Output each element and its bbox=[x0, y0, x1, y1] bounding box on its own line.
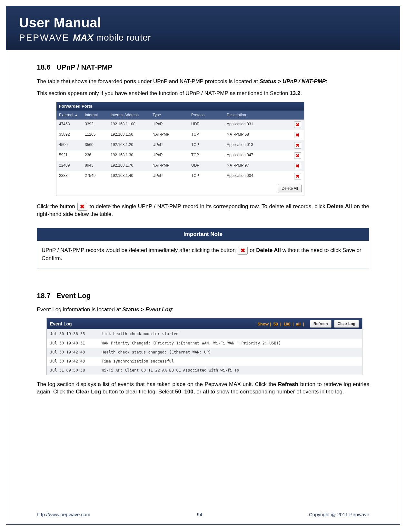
para-186-2: This section appears only if you have en… bbox=[37, 90, 369, 97]
table-row: 35892 11265 192.168.1.50 NAT-PMP TCP NAT… bbox=[56, 130, 304, 140]
table-row: 4500 3560 192.168.1.20 UPnP TCP Applicat… bbox=[56, 140, 304, 150]
refresh-button[interactable]: Refresh bbox=[310, 320, 332, 328]
brand-max: MAX bbox=[73, 33, 94, 43]
event-log-panel: Event Log Show [ 50 | 100 | all ] Refres… bbox=[46, 318, 362, 375]
list-item: Jul 30 19:36:55Link health check monitor… bbox=[47, 329, 362, 338]
delete-row-button[interactable]: ✖ bbox=[294, 142, 301, 149]
table-row: 5921 236 192.168.1.30 UPnP TCP Applicati… bbox=[56, 150, 304, 161]
section-186-heading: 18.6UPnP / NAT-PMP bbox=[37, 63, 369, 72]
section-187-heading: 18.7Event Log bbox=[37, 291, 369, 301]
show-50-link[interactable]: 50 bbox=[273, 322, 278, 326]
section-187-num: 18.7 bbox=[37, 292, 51, 300]
para-186-3: Click the button ✖ to delete the single … bbox=[37, 203, 369, 218]
manual-subtitle: PEPWAVE MAX mobile router bbox=[19, 33, 387, 43]
col-action bbox=[291, 111, 304, 120]
content: 18.6UPnP / NAT-PMP The table that shows … bbox=[6, 50, 400, 407]
page-footer: http://www.pepwave.com 94 Copyright @ 20… bbox=[6, 512, 400, 517]
show-100-link[interactable]: 100 bbox=[283, 322, 291, 326]
para-187-2: The log section displays a list of event… bbox=[37, 381, 369, 396]
event-log-title: Event Log bbox=[50, 321, 72, 327]
list-item: Jul 30 19:42:43Health check status chang… bbox=[47, 348, 362, 357]
brand-mobile-router: mobile router bbox=[94, 33, 151, 43]
delete-row-button[interactable]: ✖ bbox=[294, 132, 301, 138]
important-note-box: Important Note UPnP / NAT-PMP records wo… bbox=[37, 228, 369, 268]
table-row: 2388 27549 192.168.1.40 UPnP TCP Applica… bbox=[56, 171, 304, 181]
event-log-show: Show [ 50 | 100 | all ] bbox=[257, 321, 304, 327]
para-186-1: The table that shows the forwarded ports… bbox=[37, 78, 369, 85]
footer-page: 94 bbox=[197, 512, 203, 517]
delete-row-button[interactable]: ✖ bbox=[294, 152, 301, 159]
important-note-body: UPnP / NAT-PMP records would be deleted … bbox=[37, 241, 369, 268]
para-187-1: Event Log information is located at Stat… bbox=[37, 306, 369, 314]
table-row: 22409 8943 192.168.1.70 NAT-PMP UDP NAT-… bbox=[56, 161, 304, 171]
forwarded-ports-panel: Forwarded Ports External ▲ Internal Inte… bbox=[56, 102, 304, 196]
show-all-link[interactable]: all bbox=[296, 322, 301, 326]
col-type[interactable]: Type bbox=[150, 111, 189, 120]
section-187-title: Event Log bbox=[56, 292, 91, 300]
delete-icon: ✖ bbox=[238, 247, 248, 255]
delete-row-button[interactable]: ✖ bbox=[294, 163, 301, 169]
important-note-title: Important Note bbox=[37, 228, 369, 241]
header: User Manual PEPWAVE MAX mobile router bbox=[6, 6, 400, 50]
forwarded-ports-footer: Delete All bbox=[56, 181, 304, 196]
delete-icon: ✖ bbox=[77, 203, 87, 211]
delete-all-button[interactable]: Delete All bbox=[278, 185, 302, 192]
brand-pepwave: PEPWAVE bbox=[19, 33, 73, 43]
col-internal[interactable]: Internal bbox=[82, 111, 108, 120]
delete-row-button[interactable]: ✖ bbox=[294, 173, 301, 179]
forwarded-ports-body: 47453 3392 192.168.1.100 UPnP UDP Applic… bbox=[56, 120, 304, 181]
footer-url: http://www.pepwave.com bbox=[37, 512, 90, 517]
table-row: 47453 3392 192.168.1.100 UPnP UDP Applic… bbox=[56, 120, 304, 130]
col-external[interactable]: External ▲ bbox=[56, 111, 82, 120]
col-internal-address[interactable]: Internal Address bbox=[108, 111, 150, 120]
event-log-titlebar: Event Log Show [ 50 | 100 | all ] Refres… bbox=[47, 318, 362, 329]
col-description[interactable]: Description bbox=[224, 111, 291, 120]
delete-row-button[interactable]: ✖ bbox=[294, 121, 301, 128]
event-log-body: Jul 30 19:36:55Link health check monitor… bbox=[47, 329, 362, 375]
footer-copyright: Copyright @ 2011 Pepwave bbox=[309, 512, 369, 517]
page: User Manual PEPWAVE MAX mobile router 18… bbox=[6, 6, 400, 525]
manual-title: User Manual bbox=[19, 15, 387, 31]
section-186-num: 18.6 bbox=[37, 63, 51, 71]
list-item: Jul 31 09:50:38Wi-Fi AP: Client 00:11:22… bbox=[47, 366, 362, 375]
list-item: Jul 30 19:42:43Time synchronization succ… bbox=[47, 357, 362, 366]
clear-log-button[interactable]: Clear Log bbox=[334, 320, 359, 328]
list-item: Jul 30 19:40:31WAN Priority Changed: (Pr… bbox=[47, 339, 362, 348]
forwarded-ports-header-row: External ▲ Internal Internal Address Typ… bbox=[56, 111, 304, 120]
section-186-title: UPnP / NAT-PMP bbox=[56, 63, 113, 71]
col-protocol[interactable]: Protocol bbox=[189, 111, 224, 120]
forwarded-ports-title: Forwarded Ports bbox=[56, 102, 304, 111]
